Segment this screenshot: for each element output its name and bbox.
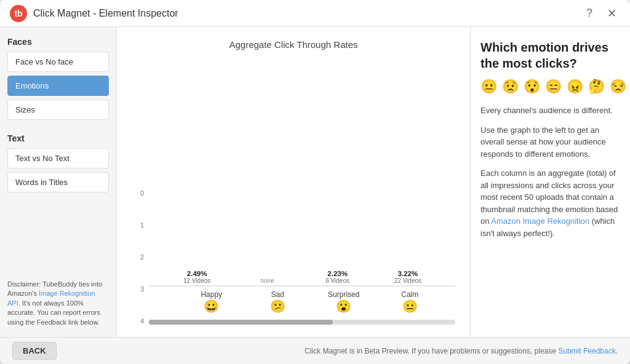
footer-status-text: Click Magnet is in Beta Preview. If you …: [305, 347, 558, 355]
close-button[interactable]: ✕: [604, 6, 620, 22]
help-button[interactable]: ?: [583, 6, 596, 21]
scrollbar-thumb: [149, 320, 333, 325]
sidebar-item-emotions[interactable]: Emotions: [7, 76, 109, 96]
emoji-1: 😐: [480, 79, 497, 95]
y-tick-1: 1: [140, 221, 144, 229]
disclaimer: Disclaimer: TubeBuddy ties into Amazon's…: [7, 280, 109, 327]
x-labels-row: Happy 😀 Sad 😕 Surprised 😮 Calm: [166, 287, 455, 314]
y-axis: 4 3 2 1 0: [132, 189, 144, 325]
bar-label-sad-none: none: [260, 277, 274, 284]
amazon-link[interactable]: Amazon Image Rekognition: [491, 216, 589, 226]
chart-inner-wrapper: 2.49% 12 Videos none: [149, 286, 455, 325]
emoji-2: 😟: [502, 79, 519, 95]
x-label-surprised-emoji: 😮: [336, 299, 351, 314]
x-label-surprised: Surprised 😮: [327, 290, 361, 314]
sidebar-item-face-vs-no-face[interactable]: Face vs No face: [7, 52, 109, 72]
footer-status-end: .: [616, 347, 618, 355]
disclaimer-rest: . It's not always 100% accurate. You can…: [7, 299, 100, 326]
x-label-happy-emoji: 😀: [204, 299, 219, 314]
x-label-sad: Sad 😕: [260, 290, 295, 314]
grid-line-4: [150, 286, 455, 287]
chart-area: Aggregate Click Through Rates 4 3 2 1 0: [117, 27, 470, 337]
y-tick-0: 0: [140, 189, 144, 197]
info-paragraph-2: Use the graph to the left to get an over…: [480, 124, 620, 160]
main-content: Faces Face vs No face Emotions Sizes Tex…: [0, 27, 630, 337]
title-bar-right: ? ✕: [583, 6, 620, 22]
x-label-happy: Happy 😀: [194, 290, 229, 314]
x-label-calm-emoji: 😐: [402, 299, 418, 314]
info-paragraph-1: Every channel's audience is different.: [480, 105, 620, 117]
footer-status: Click Magnet is in Beta Preview. If you …: [305, 347, 618, 355]
emoji-6: 🤔: [588, 79, 605, 95]
emoji-7: 😒: [610, 79, 626, 95]
app-logo: tb: [10, 5, 27, 22]
x-label-sad-text: Sad: [271, 290, 284, 299]
bar-label-surprised-pct: 2.23%: [327, 270, 348, 277]
sidebar-faces-title: Faces: [7, 37, 109, 47]
submit-feedback-link[interactable]: Submit Feedback: [558, 347, 615, 355]
sidebar-text-title: Text: [7, 133, 109, 143]
info-panel-emoji-row: 😐 😟 😯 😑 😠 🤔 😒: [480, 79, 620, 95]
chart-scrollbar[interactable]: [149, 320, 455, 325]
chart-inner: 2.49% 12 Videos none: [149, 286, 455, 287]
info-panel: Which emotion drives the most clicks? 😐 …: [470, 27, 630, 337]
x-label-happy-text: Happy: [201, 290, 222, 299]
chart-title: Aggregate Click Through Rates: [132, 39, 455, 50]
title-bar-left: tb Click Magnet - Element Inspector: [10, 5, 178, 22]
app-window: tb Click Magnet - Element Inspector ? ✕ …: [0, 0, 630, 364]
title-bar: tb Click Magnet - Element Inspector ? ✕: [0, 0, 630, 27]
y-tick-2: 2: [140, 253, 144, 261]
sidebar-item-text-vs-no-text[interactable]: Text vs No Text: [7, 148, 109, 168]
emoji-3: 😯: [524, 79, 540, 95]
y-tick-3: 3: [140, 285, 144, 293]
sidebar: Faces Face vs No face Emotions Sizes Tex…: [0, 27, 117, 337]
emoji-5: 😠: [567, 79, 583, 95]
sidebar-text-section: Text Text vs No Text Words in Titles: [7, 133, 109, 196]
info-paragraph-3: Each column is an aggregate (total) of a…: [480, 167, 620, 239]
bar-label-happy-videos: 12 Videos: [183, 277, 210, 284]
bar-label-happy-pct: 2.49%: [187, 270, 207, 277]
chart-body: 4 3 2 1 0: [132, 60, 455, 325]
bar-label-calm-pct: 3.22%: [398, 270, 418, 277]
logo-text: tb: [14, 9, 22, 18]
x-label-surprised-text: Surprised: [328, 290, 359, 299]
sidebar-item-sizes[interactable]: Sizes: [7, 100, 109, 120]
bar-label-calm-videos: 22 Videos: [394, 277, 421, 284]
footer: BACK Click Magnet is in Beta Preview. If…: [0, 337, 630, 364]
sidebar-item-words-in-titles[interactable]: Words in Titles: [7, 172, 109, 192]
x-label-calm-text: Calm: [401, 290, 418, 299]
bar-label-surprised-videos: 6 Videos: [325, 277, 349, 284]
window-title: Click Magnet - Element Inspector: [33, 8, 178, 19]
emoji-4: 😑: [545, 79, 562, 95]
x-label-calm: Calm 😐: [393, 290, 427, 314]
back-button[interactable]: BACK: [12, 342, 57, 360]
y-tick-4: 4: [140, 317, 144, 325]
x-label-sad-emoji: 😕: [270, 299, 285, 314]
info-panel-title: Which emotion drives the most clicks?: [480, 39, 620, 71]
sidebar-faces-section: Faces Face vs No face Emotions Sizes: [7, 37, 109, 124]
